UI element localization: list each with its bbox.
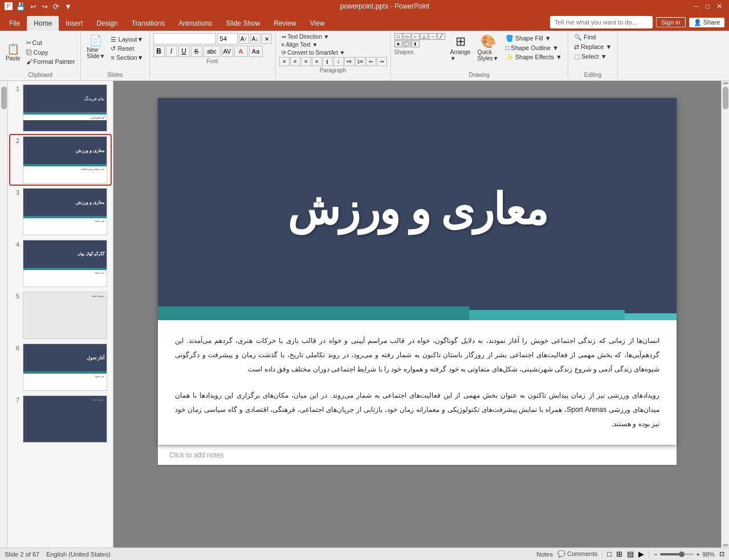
tab-animations[interactable]: Animations <box>172 16 219 31</box>
right-scrollbar[interactable] <box>721 81 729 547</box>
italic-button[interactable]: I <box>166 46 177 57</box>
tab-transitions[interactable]: Transitions <box>125 16 172 31</box>
tab-view[interactable]: View <box>303 16 332 31</box>
shape-outline-button[interactable]: □ Shape Outline ▼ <box>503 44 564 52</box>
fit-slide-button[interactable]: ⊡ <box>719 550 724 558</box>
qa-repeat[interactable]: ⟳ <box>51 2 61 11</box>
tab-design[interactable]: Design <box>89 16 124 31</box>
align-center-button[interactable]: ≡ <box>290 57 300 66</box>
maximize-btn[interactable]: □ <box>703 2 712 10</box>
slide-sorter-button[interactable]: ⊞ <box>616 550 622 558</box>
reading-view-button[interactable]: ▤ <box>627 550 634 558</box>
clear-format-button[interactable]: ✕ <box>262 34 272 44</box>
notes-button[interactable]: Notes <box>536 551 553 558</box>
slideshow-button[interactable]: ▶ <box>638 550 644 558</box>
shape-rounded-rect[interactable]: ▭ <box>403 33 411 40</box>
search-input[interactable] <box>550 16 653 28</box>
qa-redo[interactable]: ↪ <box>40 2 50 11</box>
align-right-button[interactable]: ≡ <box>301 57 311 66</box>
font-color-button[interactable]: A <box>234 46 248 57</box>
font-name-input[interactable] <box>153 33 216 44</box>
bold-button[interactable]: B <box>153 46 165 57</box>
new-slide-button[interactable]: 📄 NewSlide▼ <box>84 33 107 60</box>
shape-star[interactable]: ★ <box>394 40 402 47</box>
cut-button[interactable]: ✂ Cut <box>24 39 78 47</box>
slide-title[interactable]: معاری و ورزش <box>287 184 547 235</box>
section-button[interactable]: ≡ Section▼ <box>108 54 145 62</box>
font-size-input[interactable] <box>217 33 238 44</box>
quick-styles-button[interactable]: 🎨 QuickStyles▼ <box>475 33 501 63</box>
close-btn[interactable]: ✕ <box>714 2 724 10</box>
slide-item-7[interactable]: 7 محتوای اسلاید <box>10 394 111 444</box>
zoom-out-button[interactable]: − <box>654 551 657 558</box>
convert-smartart-button[interactable]: ⟳ Convert to SmartArt ▼ <box>279 49 348 56</box>
left-scrollbar-thumb[interactable] <box>1 87 7 109</box>
shape-rect[interactable]: □ <box>394 33 402 40</box>
align-left-button[interactable]: ≡ <box>279 57 290 66</box>
zoom-in-button[interactable]: + <box>697 551 700 558</box>
strikethrough-button[interactable]: S <box>191 46 202 57</box>
justify-button[interactable]: ≡ <box>312 57 322 66</box>
paste-button[interactable]: 📋 Paste <box>3 40 23 64</box>
text-direction-button[interactable]: ⇔ Text Direction ▼ <box>279 33 332 40</box>
bullets-button[interactable]: •≡ <box>344 57 355 66</box>
status-left: Slide 2 of 67 English (United States) <box>5 551 111 558</box>
select-button[interactable]: ⬚ Select ▼ <box>572 52 609 61</box>
shapes-more[interactable]: ⬇ <box>412 40 420 47</box>
shape-fill-button[interactable]: 🪣 Shape Fill ▼ <box>503 34 564 43</box>
font-size-label-button[interactable]: Aa <box>249 46 263 57</box>
align-text-button[interactable]: ≡ Align Text ▼ <box>279 41 320 48</box>
reset-button[interactable]: ↺ Reset <box>108 44 145 53</box>
qa-undo[interactable]: ↩ <box>28 2 38 11</box>
replace-button[interactable]: ⇄ Replace ▼ <box>572 43 614 51</box>
language-indicator: English (United States) <box>46 551 111 558</box>
find-button[interactable]: 🔍 Find <box>572 33 598 42</box>
decrease-font-button[interactable]: A↓ <box>250 34 260 44</box>
qa-save[interactable]: 💾 <box>14 2 27 11</box>
tab-insert[interactable]: Insert <box>59 16 89 31</box>
tab-home[interactable]: Home <box>27 16 59 31</box>
character-spacing-button[interactable]: AV <box>222 46 233 57</box>
format-painter-button[interactable]: 🖌 Format Painter <box>24 58 78 66</box>
zoom-control[interactable]: − + 98% <box>654 551 715 558</box>
slide-item-4[interactable]: 4 گگرگو گهال بهان متن محتوا <box>10 239 111 288</box>
increase-font-button[interactable]: A↑ <box>239 34 249 44</box>
indent-decrease-button[interactable]: ⇐ <box>366 57 376 66</box>
shape-triangle[interactable]: △ <box>420 33 428 40</box>
copy-button[interactable]: ⿻ Copy <box>24 48 78 56</box>
arrange-button[interactable]: ⊞ Arrange▼ <box>448 33 473 63</box>
normal-view-button[interactable]: □ <box>607 550 612 558</box>
shape-oval[interactable]: ○ <box>412 33 420 40</box>
slide-item-3[interactable]: 3 معاری و ورزش متن محتوا <box>10 187 111 236</box>
shape-effects-button[interactable]: ✨ Shape Effects ▼ <box>503 53 564 62</box>
slide-item-1[interactable]: 1 بنام فريدنگ آشنام‌سازی <box>10 83 111 133</box>
layout-button[interactable]: ☰ Layout▼ <box>108 35 145 44</box>
slide-paragraph-1: انسان‌ها از زمانی که زندگی اجتماعی خویش … <box>175 334 659 377</box>
slide-item-2[interactable]: 2 معاری و ورزش متن محتوا ورزشی اجتماعی <box>10 135 111 185</box>
indent-increase-button[interactable]: ⇒ <box>377 57 387 66</box>
underline-button[interactable]: U <box>178 46 190 57</box>
notes-area[interactable]: Click to add notes <box>158 445 677 465</box>
shape-right-arrow[interactable]: → <box>429 33 437 40</box>
window-title: powerpoint.pptx - PowerPoint <box>78 2 691 10</box>
numbering-button[interactable]: 1≡ <box>355 57 365 66</box>
slide-canvas: معاری و ورزش انسان‌ها از زمانی که زندگی … <box>158 98 677 445</box>
signin-button[interactable]: Sign in <box>656 17 686 27</box>
slide-paragraph-2: رویدادهای ورزشی نیز از زمان پیدایش تاکنو… <box>175 389 659 432</box>
slide-count: Slide 2 of 67 <box>5 551 39 558</box>
tab-review[interactable]: Review <box>267 16 303 31</box>
column-button[interactable]: ⫿ <box>323 57 333 66</box>
comments-button[interactable]: 💬 Comments <box>557 550 597 558</box>
slide-item-5[interactable]: 5 محتوای اسلاید <box>10 291 111 340</box>
share-button[interactable]: 👤Share <box>689 18 724 27</box>
shadow-button[interactable]: abc <box>203 46 221 57</box>
line-spacing-button[interactable]: ↕ <box>333 57 344 66</box>
tab-file[interactable]: File <box>2 16 27 31</box>
qa-dropdown[interactable]: ▼ <box>63 2 74 11</box>
tab-slideshow[interactable]: Slide Show <box>219 16 267 31</box>
app-icon: 🅿 <box>5 2 13 11</box>
slide-item-6[interactable]: 6 آغاز تحول متن محتوا <box>10 342 111 392</box>
minimize-btn[interactable]: ─ <box>691 2 701 10</box>
shape-line[interactable]: ╱ <box>437 33 445 40</box>
shape-callout[interactable]: 💬 <box>403 40 411 47</box>
